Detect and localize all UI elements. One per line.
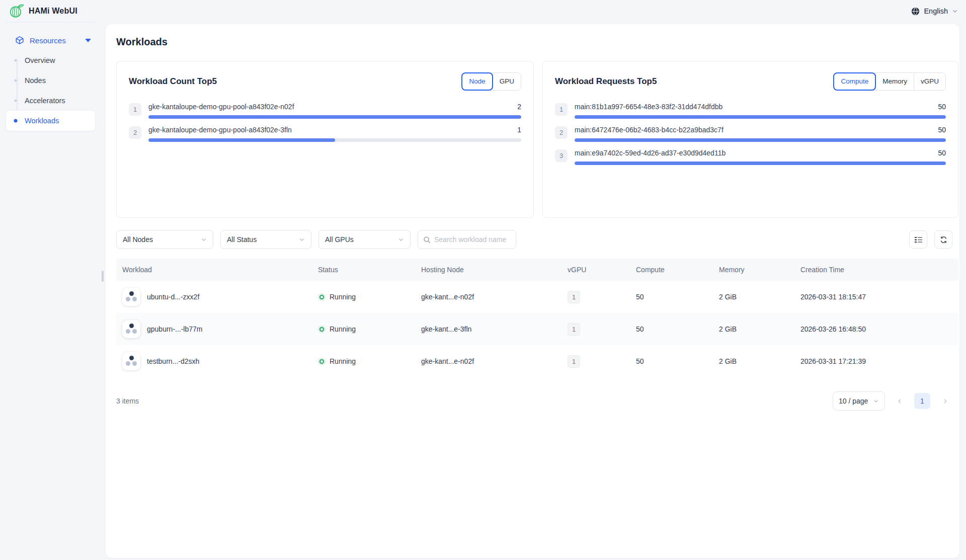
refresh-icon	[939, 235, 948, 244]
sidebar-section-label: Resources	[30, 36, 66, 45]
rank-badge: 1	[129, 103, 141, 116]
current-page-button[interactable]: 1	[914, 393, 930, 409]
creation-time: 2026-03-26 16:48:50	[794, 325, 958, 333]
top5-cards-row: Workload Count Top5 Node GPU 1 gke-kanta…	[116, 61, 958, 218]
creation-time: 2026-03-31 17:21:39	[794, 357, 958, 365]
rank-badge: 2	[129, 126, 141, 139]
search-input[interactable]	[434, 235, 511, 244]
top5-value: 2	[517, 103, 521, 111]
top5-row: 1 gke-kantaloupe-demo-gpu-pool-a843f02e-…	[129, 103, 521, 119]
refresh-button[interactable]	[934, 230, 952, 249]
top5-value: 50	[938, 126, 946, 134]
memory-value: 2 GiB	[713, 293, 794, 301]
filters-row: All Nodes All Status All GPUs	[116, 230, 958, 249]
rank-badge: 1	[555, 103, 568, 116]
nodes-filter-select[interactable]: All Nodes	[116, 230, 213, 249]
col-creation-time: Creation Time	[794, 266, 958, 274]
toggle-vgpu[interactable]: vGPU	[914, 73, 945, 90]
requests-toggle-group: Compute Memory vGPU	[833, 72, 946, 91]
nav-dot	[15, 100, 17, 102]
count-toggle-group: Node GPU	[461, 72, 521, 91]
rank-badge: 3	[555, 149, 568, 162]
vgpu-badge: 1	[568, 355, 580, 368]
top5-row: 3 main:e9a7402c-59ed-4d26-ad37-e30d9d4ed…	[555, 149, 946, 165]
sidebar-section-resources[interactable]: Resources	[0, 30, 103, 50]
progress-bar	[575, 138, 946, 142]
card-title: Workload Requests Top5	[555, 76, 657, 87]
workload-name[interactable]: testburn...-d2sxh	[147, 357, 199, 365]
status-text: Running	[330, 325, 356, 333]
globe-icon	[911, 7, 920, 16]
toggle-compute[interactable]: Compute	[833, 72, 876, 91]
chevron-left-icon	[897, 398, 903, 405]
top5-label: gke-kantaloupe-demo-gpu-pool-a843f02e-n0…	[148, 103, 294, 111]
gpus-filter-select[interactable]: All GPUs	[318, 230, 411, 249]
top5-row: 1 main:81b1a997-6654-48e3-83f2-31dd474df…	[555, 103, 946, 119]
column-settings-button[interactable]	[909, 230, 927, 249]
col-workload: Workload	[116, 266, 312, 274]
chevron-down-icon	[398, 236, 404, 243]
page-title: Workloads	[116, 36, 958, 48]
status-text: Running	[330, 357, 356, 365]
workload-search	[418, 230, 516, 249]
vgpu-badge: 1	[568, 323, 580, 336]
sidebar-scrollbar-thumb[interactable]	[102, 271, 104, 282]
chevron-right-icon	[942, 398, 948, 405]
language-selector[interactable]: English	[911, 0, 958, 22]
toggle-node[interactable]: Node	[461, 72, 493, 91]
sidebar-item-accelerators[interactable]: Accelerators	[6, 91, 95, 111]
sidebar-item-label: Workloads	[25, 117, 59, 125]
column-settings-icon	[914, 235, 923, 244]
table-row[interactable]: gpuburn-...-lb77m Running gke-kant...e-3…	[116, 313, 958, 345]
hosting-node: gke-kant...e-n02f	[415, 357, 561, 365]
status-text: Running	[330, 293, 356, 301]
sidebar-item-nodes[interactable]: Nodes	[6, 70, 95, 91]
compute-value: 50	[630, 357, 713, 365]
workload-name[interactable]: ubuntu-d...-zxx2f	[147, 293, 199, 301]
top5-label: main:e9a7402c-59ed-4d26-ad37-e30d9d4ed11…	[575, 149, 726, 157]
page-size-select[interactable]: 10 / page	[833, 391, 885, 411]
progress-bar	[148, 138, 521, 142]
sidebar-item-label: Nodes	[25, 76, 46, 85]
card-title: Workload Count Top5	[129, 76, 217, 87]
search-icon	[423, 236, 431, 244]
running-dot-icon	[318, 326, 326, 333]
sidebar-item-workloads[interactable]: Workloads	[6, 111, 95, 131]
top5-value: 1	[517, 126, 521, 134]
top5-label: main:6472476e-06b2-4683-b4cc-b22a9bad3c7…	[575, 126, 723, 134]
chevron-down-icon	[299, 236, 305, 243]
running-dot-icon	[318, 358, 326, 365]
top5-row: 2 main:6472476e-06b2-4683-b4cc-b22a9bad3…	[555, 126, 946, 142]
app-title: HAMi WebUI	[29, 7, 77, 16]
col-hosting-node: Hosting Node	[415, 266, 561, 274]
pods-icon	[122, 288, 140, 306]
progress-bar	[148, 115, 521, 119]
cube-icon	[15, 36, 24, 45]
main-content-card: Workloads Workload Count Top5 Node GPU 1	[106, 24, 959, 558]
top5-row: 2 gke-kantaloupe-demo-gpu-pool-a843f02e-…	[129, 126, 521, 142]
memory-value: 2 GiB	[713, 357, 794, 365]
prev-page-button[interactable]	[892, 393, 907, 409]
hosting-node: gke-kant...e-n02f	[415, 293, 561, 301]
status-filter-select[interactable]: All Status	[220, 230, 311, 249]
col-status: Status	[312, 266, 415, 274]
sidebar-item-label: Accelerators	[25, 97, 65, 105]
sidebar-item-label: Overview	[25, 56, 55, 64]
table-row[interactable]: testburn...-d2sxh Running gke-kant...e-n…	[116, 345, 958, 377]
chevron-down-icon	[201, 236, 207, 243]
creation-time: 2026-03-31 18:15:47	[794, 293, 958, 301]
workload-name[interactable]: gpuburn-...-lb77m	[147, 325, 203, 333]
toggle-memory[interactable]: Memory	[875, 73, 914, 90]
table-row[interactable]: ubuntu-d...-zxx2f Running gke-kant...e-n…	[116, 281, 958, 313]
sidebar-item-overview[interactable]: Overview	[6, 50, 95, 70]
pods-icon	[122, 320, 140, 338]
nav-dot	[15, 79, 17, 82]
toggle-gpu[interactable]: GPU	[493, 73, 521, 90]
caret-down-icon	[85, 39, 91, 42]
hosting-node: gke-kant...e-3fln	[415, 325, 561, 333]
brand: HAMi WebUI	[9, 3, 77, 19]
next-page-button[interactable]	[937, 393, 952, 409]
compute-value: 50	[630, 325, 713, 333]
nodes-filter-value: All Nodes	[123, 235, 153, 244]
nav-dot	[15, 59, 17, 62]
